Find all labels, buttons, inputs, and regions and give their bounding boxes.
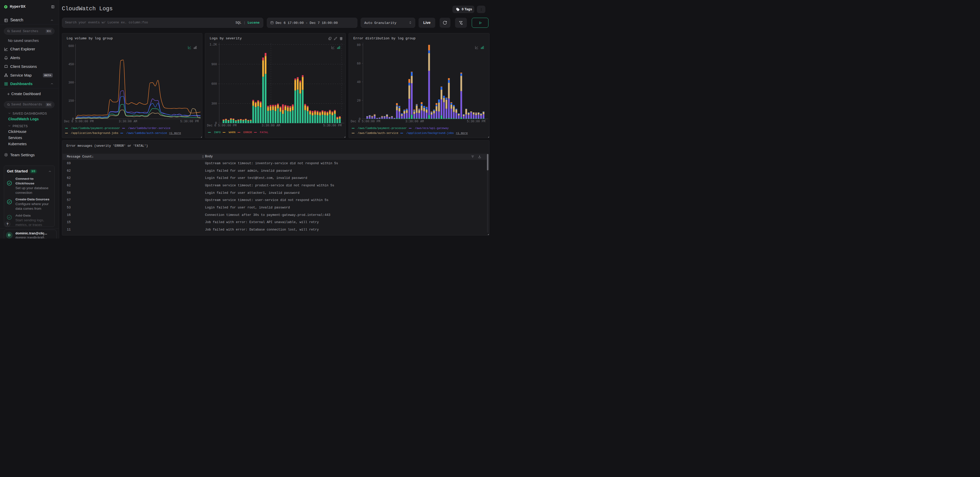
svg-text:3:30:00 AM: 3:30:00 AM <box>119 119 137 123</box>
svg-text:3:30:00 AM: 3:30:00 AM <box>406 119 424 123</box>
svg-text:20: 20 <box>357 99 360 102</box>
svg-text:600: 600 <box>68 44 74 48</box>
svg-text:3:30:00 AM: 3:30:00 AM <box>262 124 280 127</box>
svg-text:60: 60 <box>357 62 360 65</box>
svg-text:900: 900 <box>211 62 217 66</box>
svg-text:300: 300 <box>211 102 217 105</box>
svg-text:80: 80 <box>357 43 360 47</box>
svg-text:300: 300 <box>68 81 74 84</box>
svg-text:Dec 6 5:00:00 PM: Dec 6 5:00:00 PM <box>207 124 237 127</box>
svg-text:Dec 6 5:00:00 PM: Dec 6 5:00:00 PM <box>351 119 380 123</box>
svg-text:40: 40 <box>357 80 360 84</box>
svg-text:600: 600 <box>211 82 217 86</box>
svg-text:5:30:00 PM: 5:30:00 PM <box>467 119 485 123</box>
svg-text:5:30:00 PM: 5:30:00 PM <box>180 119 199 123</box>
svg-text:Dec 6 5:00:00 PM: Dec 6 5:00:00 PM <box>64 119 94 123</box>
svg-text:5:30:00 PM: 5:30:00 PM <box>323 124 342 127</box>
svg-text:450: 450 <box>68 62 74 66</box>
svg-text:150: 150 <box>68 99 74 103</box>
svg-text:1.2K: 1.2K <box>210 43 217 46</box>
